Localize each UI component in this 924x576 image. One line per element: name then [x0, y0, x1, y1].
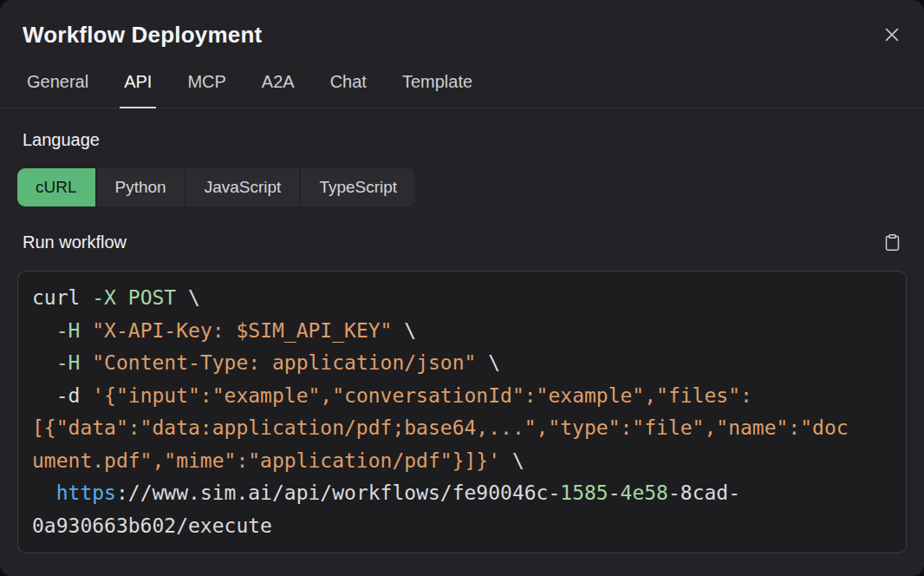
dialog-title: Workflow Deployment [23, 22, 903, 49]
tab-a2a[interactable]: A2A [257, 72, 299, 108]
workflow-deployment-dialog: Workflow Deployment GeneralAPIMCPA2AChat… [0, 0, 924, 576]
language-option-python[interactable]: Python [97, 168, 185, 206]
code-line: 0a930663b602/execute [32, 510, 892, 543]
code-line: https://www.sim.ai/api/workflows/fe90046… [32, 477, 892, 510]
code-line: [{"data":"data:application/pdf;base64,..… [32, 412, 892, 445]
tab-mcp[interactable]: MCP [183, 72, 230, 108]
language-option-javascript[interactable]: JavaScript [186, 168, 300, 206]
tab-chat[interactable]: Chat [326, 72, 371, 108]
language-option-typescript[interactable]: TypeScript [301, 168, 415, 206]
run-workflow-label: Run workflow [23, 232, 127, 252]
tab-api[interactable]: API [120, 72, 156, 108]
code-line: curl -X POST \ [32, 282, 892, 315]
tab-general[interactable]: General [23, 72, 93, 108]
language-option-curl[interactable]: cURL [17, 168, 95, 206]
dialog-header: Workflow Deployment [0, 0, 924, 49]
code-line: -H "X-API-Key: $SIM_API_KEY" \ [32, 315, 892, 348]
tab-template[interactable]: Template [398, 72, 477, 108]
code-line: ument.pdf","mime":"application/pdf"}]}' … [32, 445, 892, 478]
close-button[interactable] [881, 23, 903, 46]
language-selector: cURLPythonJavaScriptTypeScript [17, 168, 924, 206]
tab-bar-wrap: GeneralAPIMCPA2AChatTemplate [0, 72, 924, 108]
code-line: -d '{"input":"example","conversationId":… [32, 380, 892, 413]
code-line: -H "Content-Type: application/json" \ [32, 347, 892, 380]
clipboard-icon [883, 232, 901, 252]
copy-button[interactable] [881, 231, 903, 253]
tab-bar: GeneralAPIMCPA2AChatTemplate [0, 72, 924, 108]
language-label: Language [23, 130, 924, 150]
code-block: curl -X POST \ -H "X-API-Key: $SIM_API_K… [17, 271, 907, 553]
close-icon [882, 25, 901, 44]
run-workflow-row: Run workflow [23, 231, 903, 253]
